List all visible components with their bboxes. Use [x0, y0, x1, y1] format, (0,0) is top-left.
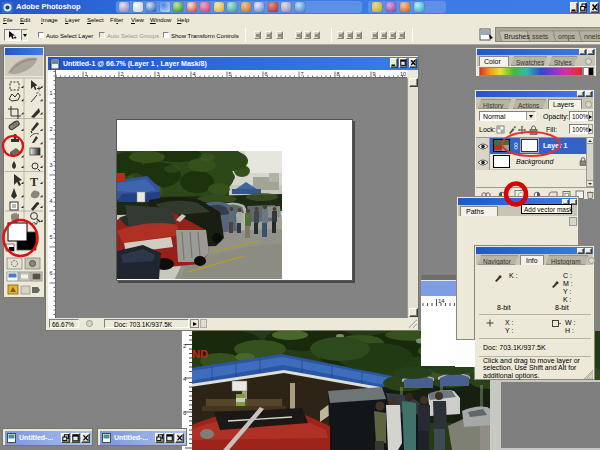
svg-text:Brushes: Brushes	[504, 33, 530, 40]
svg-text:10: 10	[400, 71, 406, 77]
svg-text:6: 6	[183, 410, 187, 416]
svg-text:3: 3	[157, 71, 160, 77]
svg-text:7: 7	[301, 71, 304, 77]
svg-text:5: 5	[229, 71, 232, 77]
svg-text:6: 6	[265, 71, 268, 77]
svg-text:6: 6	[50, 270, 53, 276]
svg-text:9: 9	[373, 71, 376, 77]
svg-text:8: 8	[337, 71, 340, 77]
svg-text:4: 4	[193, 71, 196, 77]
svg-text:4: 4	[50, 198, 53, 204]
svg-text:1: 1	[85, 71, 88, 77]
svg-text:ssets: ssets	[532, 33, 549, 40]
svg-text:3: 3	[50, 162, 53, 168]
svg-text:2: 2	[121, 71, 124, 77]
svg-text:T: T	[30, 175, 38, 189]
svg-text:nnels: nnels	[584, 33, 600, 40]
svg-text:omps: omps	[558, 33, 576, 41]
svg-text:5: 5	[50, 234, 53, 240]
svg-text:4: 4	[183, 376, 187, 382]
svg-text:14: 14	[438, 298, 445, 304]
svg-text:2: 2	[50, 126, 53, 132]
svg-text:2: 2	[183, 343, 187, 349]
svg-text:ND: ND	[192, 348, 208, 360]
svg-text:1: 1	[50, 90, 53, 96]
